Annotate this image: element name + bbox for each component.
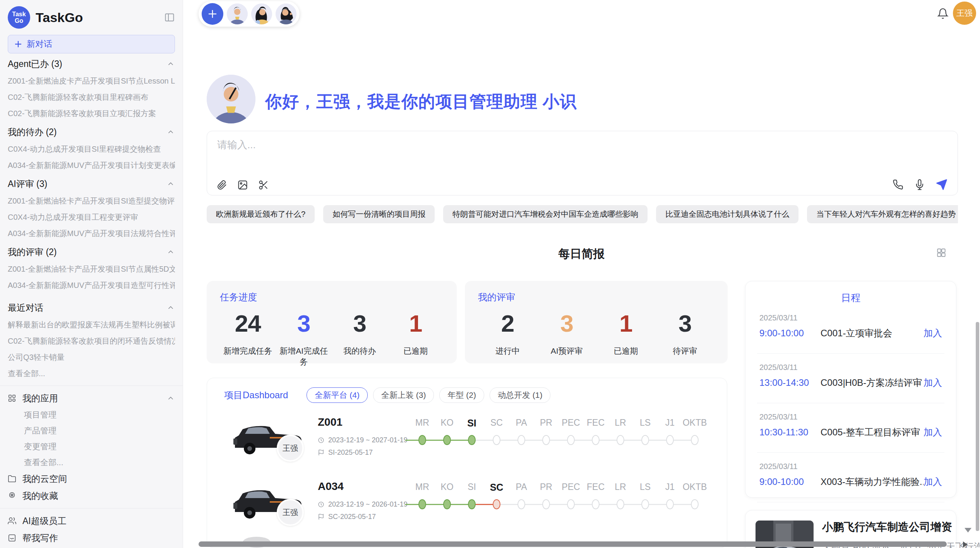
list-item[interactable]: Z001-全新燃油轻卡产品开发项目SI造型提交物评审 (8, 193, 175, 209)
phone-call-icon[interactable] (893, 179, 903, 190)
scroll-down-arrow-icon[interactable] (965, 528, 971, 533)
send-icon[interactable] (936, 179, 947, 190)
milestone-dot[interactable] (641, 499, 649, 509)
sidebar-item-cloud-space[interactable]: 我的云空间 (8, 470, 175, 487)
sidebar-item-ai-super-staff[interactable]: AI超级员工 (8, 512, 175, 529)
milestone-dot[interactable] (542, 499, 550, 509)
sidebar: Task Go TaskGo 新对话 Agent已办 (3) Z001-全新燃油… (0, 0, 183, 548)
sidebar-item-creative-draw[interactable]: 创意制图 (8, 546, 175, 548)
join-button[interactable]: 加入 (923, 327, 942, 339)
chevron-up-icon[interactable] (166, 303, 175, 312)
plus-icon (207, 9, 218, 19)
project-row-z001[interactable]: 王强 Z001 2023-12-19 ~ 2027-01-19 SI-2025-… (230, 411, 717, 473)
join-button[interactable]: 加入 (923, 426, 942, 438)
list-item[interactable]: 解释最新出台的欧盟报废车法规再生塑料比例被调至15%... (8, 317, 175, 333)
user-avatar[interactable]: 王强 (953, 2, 976, 25)
new-chat-button[interactable]: 新对话 (8, 35, 175, 53)
list-item[interactable]: A034-全新新能源MUV产品开发项目法规符合性评审 (8, 225, 175, 241)
section-header-my-todo[interactable]: 我的待办 (2) (8, 123, 175, 141)
list-item[interactable]: C0X4-动力总成开发项目SI里程碑提交物检查 (8, 141, 175, 157)
sidebar-item-project-mgmt[interactable]: 项目管理 (8, 407, 175, 423)
chevron-up-icon[interactable] (166, 394, 175, 402)
panel-toggle-icon[interactable] (164, 12, 175, 23)
list-item[interactable]: Z001-全新燃油皮卡产品开发项目SI节点Lesson Learn报告 (8, 73, 175, 89)
milestone-dot[interactable] (443, 499, 451, 509)
view-all-chats[interactable]: 查看全部... (8, 365, 175, 382)
milestone-dot[interactable] (617, 499, 624, 509)
suggestion-chip[interactable]: 当下年轻人对汽车外观有怎样的喜好趋势 (807, 205, 958, 223)
milestone-dot[interactable] (567, 499, 575, 509)
sidebar-item-my-apps[interactable]: 我的应用 (8, 390, 175, 407)
tab-model-year[interactable]: 年型 (2) (439, 387, 484, 403)
milestone-dot[interactable] (443, 435, 451, 445)
suggestion-chip[interactable]: 特朗普可能对进口汽车增税会对中国车企造成哪些影响 (443, 205, 648, 223)
section-header-my-review[interactable]: 我的评审 (2) (8, 243, 175, 261)
milestone-dot[interactable] (666, 435, 674, 445)
list-item[interactable]: A034-全新新能源MUV产品开发项目造型可行性评审 (8, 277, 175, 293)
tab-powertrain[interactable]: 动总开发 (1) (490, 387, 551, 403)
stat: 1 已逾期 (596, 310, 656, 356)
image-upload-icon[interactable] (237, 180, 248, 190)
list-item[interactable]: C02-飞腾新能源轻客改款项目里程碑画布 (8, 89, 175, 105)
list-item[interactable]: C0X4-动力总成开发项目工程变更评审 (8, 209, 175, 225)
milestone-dot[interactable] (493, 499, 500, 509)
sidebar-item-help-write[interactable]: 帮我写作 (8, 529, 175, 546)
tab-upfit[interactable]: 全新上装 (3) (373, 387, 434, 403)
sidebar-item-change-mgmt[interactable]: 变更管理 (8, 438, 175, 454)
milestone-dot[interactable] (567, 435, 575, 445)
list-item[interactable]: 公司Q3轻卡销量 (8, 349, 175, 365)
add-agent-button[interactable] (202, 3, 223, 25)
list-item[interactable]: A034-全新新能源MUV产品开发项目计划变更表编写 (8, 157, 175, 173)
suggestion-chip[interactable]: 比亚迪全固态电池计划具体说了什么 (656, 205, 798, 223)
attachment-icon[interactable] (216, 180, 227, 190)
milestone-dot[interactable] (493, 435, 500, 445)
avatar[interactable] (276, 3, 296, 24)
milestone-dot[interactable] (592, 499, 600, 509)
list-item[interactable]: C02-飞腾新能源轻客改款项目立项汇报方案 (8, 105, 175, 122)
milestone-dot[interactable] (542, 435, 550, 445)
milestone-dot[interactable] (691, 435, 699, 445)
milestone-dot[interactable] (592, 435, 600, 445)
scroll-right-arrow-icon[interactable] (963, 541, 968, 548)
milestone-dot[interactable] (468, 499, 476, 509)
milestone-timeline: MRKO SISC PAPR PECFEC LRLS J1OKTB (410, 482, 707, 510)
join-button[interactable]: 加入 (923, 476, 942, 488)
milestone-dot[interactable] (641, 435, 649, 445)
milestone-dot[interactable] (517, 499, 525, 509)
chevron-up-icon[interactable] (166, 128, 175, 136)
sidebar-item-product-mgmt[interactable]: 产品管理 (8, 423, 175, 438)
list-item[interactable]: C02-飞腾新能源轻客改款项目的闭环通告反馈情况 (8, 333, 175, 349)
chevron-up-icon[interactable] (166, 60, 175, 68)
avatar[interactable] (251, 3, 272, 24)
chat-input[interactable] (216, 137, 948, 174)
sidebar-item-favorites[interactable]: 我的收藏 (8, 487, 175, 504)
notification-bell-icon[interactable] (937, 8, 949, 19)
layout-grid-icon[interactable] (936, 248, 946, 258)
suggestion-chip[interactable]: 如何写一份清晰的项目周报 (323, 205, 435, 223)
milestone-dot[interactable] (617, 435, 624, 445)
scissors-icon[interactable] (258, 180, 269, 190)
horizontal-scrollbar-thumb[interactable] (199, 541, 947, 547)
section-header-ai-review[interactable]: AI评审 (3) (8, 175, 175, 193)
microphone-icon[interactable] (914, 179, 925, 190)
vertical-scrollbar-thumb[interactable] (976, 322, 979, 531)
schedule-name: C003|H0B-方案冻结评审 (821, 377, 923, 389)
milestone-dot[interactable] (691, 499, 699, 509)
milestone-dot[interactable] (517, 435, 525, 445)
section-header-agent-done[interactable]: Agent已办 (3) (8, 55, 175, 73)
tab-platform[interactable]: 全新平台 (4) (307, 387, 368, 403)
project-row-a034[interactable]: 王强 A034 2023-12-19 ~ 2026-01-19 SC-2025-… (230, 476, 717, 537)
join-button[interactable]: 加入 (923, 377, 942, 389)
chevron-up-icon[interactable] (166, 180, 175, 188)
milestone-dot[interactable] (666, 499, 674, 509)
milestone-dot[interactable] (418, 435, 426, 445)
view-all-apps[interactable]: 查看全部... (8, 454, 175, 470)
section-header-recent-chats[interactable]: 最近对话 (8, 299, 175, 317)
avatar[interactable] (227, 3, 248, 24)
chevron-up-icon[interactable] (166, 248, 175, 256)
milestone-dot[interactable] (468, 435, 476, 445)
suggestion-chip[interactable]: 欧洲新规最近颁布了什么? (207, 205, 315, 223)
milestone-dot[interactable] (418, 499, 426, 509)
list-item[interactable]: Z001-全新燃油轻卡产品开发项目SI节点属性5D文件评审 (8, 261, 175, 277)
schedule-name: C005-整车工程目标评审 (821, 426, 923, 438)
